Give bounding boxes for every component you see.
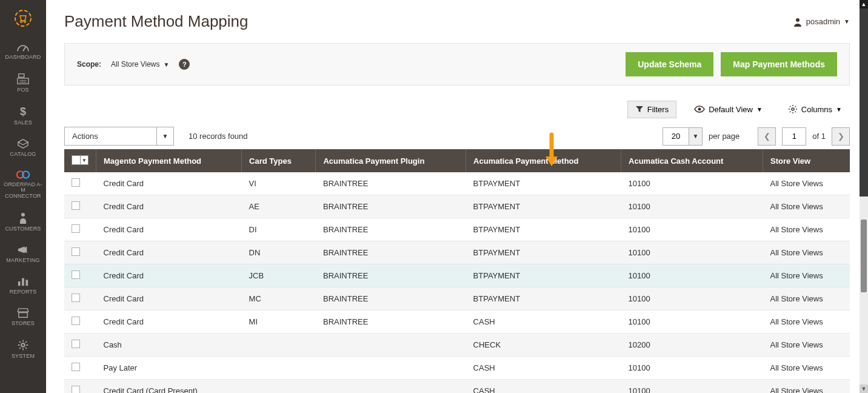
sidebar-item-customers[interactable]: CUSTOMERS xyxy=(0,206,46,238)
scrollbar[interactable]: ▼ xyxy=(860,196,868,393)
cell-method: BTPAYMENT xyxy=(466,264,621,287)
svg-rect-11 xyxy=(22,278,24,286)
columns-label: Columns xyxy=(801,105,832,114)
page-input[interactable] xyxy=(782,127,806,146)
scrollbar[interactable]: ▲ xyxy=(860,0,868,196)
scroll-thumb[interactable] xyxy=(861,220,867,292)
svg-point-16 xyxy=(792,108,794,110)
sidebar-item-pos[interactable]: POS xyxy=(0,67,46,99)
page-total: of 1 xyxy=(812,132,826,141)
scroll-up-icon[interactable]: ▲ xyxy=(860,0,868,8)
svg-rect-2 xyxy=(19,74,24,77)
map-payment-methods-button[interactable]: Map Payment Methods xyxy=(721,52,837,76)
filters-button[interactable]: Filters xyxy=(627,101,676,118)
row-checkbox[interactable] xyxy=(72,224,80,233)
sidebar-item-label: REPORTS xyxy=(10,289,37,295)
sidebar-item-dashboard[interactable]: DASHBOARD xyxy=(0,35,46,67)
funnel-icon xyxy=(635,106,644,113)
row-checkbox[interactable] xyxy=(72,294,80,302)
cell-card xyxy=(242,334,316,357)
row-checkbox[interactable] xyxy=(72,178,80,187)
cell-method: BTPAYMENT xyxy=(466,172,621,195)
columns-button[interactable]: Columns ▼ xyxy=(780,100,850,118)
col-method[interactable]: Acumatica Payment Method xyxy=(466,149,621,172)
table-row[interactable]: Credit CardMIBRAINTREECASH10100All Store… xyxy=(64,311,850,334)
table-row[interactable]: Credit CardMCBRAINTREEBTPAYMENT10100All … xyxy=(64,287,850,311)
sidebar-item-reports[interactable]: REPORTS xyxy=(0,270,46,301)
user-menu[interactable]: posadmin ▼ xyxy=(793,17,850,27)
table-row[interactable]: CashCHECK10200All Store Views xyxy=(64,334,850,357)
bars-icon xyxy=(17,276,29,287)
main-content: Payment Method Mapping posadmin ▼ Scope:… xyxy=(46,0,868,393)
update-schema-button[interactable]: Update Schema xyxy=(626,52,713,76)
row-checkbox[interactable] xyxy=(72,363,80,371)
default-view-button[interactable]: Default View ▼ xyxy=(686,101,770,118)
cell-magento: Credit Card xyxy=(96,311,242,334)
gear-icon xyxy=(17,339,29,351)
svg-point-15 xyxy=(698,108,701,111)
cell-cash: 10100 xyxy=(621,172,763,195)
table-row[interactable]: Credit Card (Card Present)CASH10100All S… xyxy=(64,380,850,394)
help-icon[interactable]: ? xyxy=(179,59,190,70)
cell-method: CASH xyxy=(466,357,621,380)
cell-card xyxy=(242,380,316,394)
next-page-button[interactable]: ❯ xyxy=(832,127,850,146)
sidebar-item-label: SYSTEM xyxy=(12,354,35,360)
scroll-down-icon[interactable]: ▼ xyxy=(860,385,868,393)
scope-select[interactable]: All Store Views ▼ xyxy=(111,60,169,69)
svg-line-1 xyxy=(23,47,26,51)
user-name: posadmin xyxy=(806,17,840,26)
sidebar-item-connector[interactable]: ORDERPAD A-M CONNECTOR xyxy=(0,164,46,206)
row-checkbox[interactable] xyxy=(72,386,80,393)
per-page-input[interactable] xyxy=(663,127,689,146)
cell-plugin: BRAINTREE xyxy=(316,195,466,218)
cell-plugin xyxy=(316,334,466,357)
col-plugin[interactable]: Acumatica Payment Plugin xyxy=(316,149,466,172)
table-row[interactable]: Credit CardDIBRAINTREEBTPAYMENT10100All … xyxy=(64,218,850,241)
megaphone-icon xyxy=(17,244,29,255)
svg-point-0 xyxy=(15,10,31,26)
box-icon xyxy=(17,138,29,149)
prev-page-button[interactable]: ❮ xyxy=(758,127,776,146)
cell-magento: Credit Card xyxy=(96,287,242,311)
sidebar-item-stores[interactable]: STORES xyxy=(0,301,46,333)
sidebar-item-marketing[interactable]: MARKETING xyxy=(0,238,46,270)
sidebar-item-label: POS xyxy=(17,87,29,93)
cell-cash: 10200 xyxy=(621,334,763,357)
cell-card: VI xyxy=(242,172,316,195)
sidebar-item-system[interactable]: SYSTEM xyxy=(0,333,46,366)
row-checkbox[interactable] xyxy=(72,317,80,325)
col-store[interactable]: Store View xyxy=(763,149,850,172)
row-checkbox[interactable] xyxy=(72,201,80,210)
cell-store: All Store Views xyxy=(763,172,850,195)
cell-plugin: BRAINTREE xyxy=(316,241,466,264)
table-row[interactable]: Credit CardVIBRAINTREEBTPAYMENT10100All … xyxy=(64,172,850,195)
col-magento[interactable]: Magento Payment Method xyxy=(96,149,242,172)
row-checkbox[interactable] xyxy=(72,340,80,348)
col-cash[interactable]: Acumatica Cash Account xyxy=(621,149,763,172)
chevron-down-icon[interactable]: ▼ xyxy=(157,127,174,146)
row-checkbox[interactable] xyxy=(72,270,80,279)
table-row[interactable]: Credit CardAEBRAINTREEBTPAYMENT10100All … xyxy=(64,195,850,218)
chevron-down-icon: ▼ xyxy=(844,18,850,25)
cell-cash: 10100 xyxy=(621,218,763,241)
cell-plugin: BRAINTREE xyxy=(316,264,466,287)
per-page-label: per page xyxy=(709,132,739,141)
row-checkbox[interactable] xyxy=(72,247,80,256)
cell-magento: Credit Card (Card Present) xyxy=(96,380,242,394)
chevron-down-icon[interactable]: ▼ xyxy=(689,127,703,146)
table-row[interactable]: Credit CardDNBRAINTREEBTPAYMENT10100All … xyxy=(64,241,850,264)
actions-select[interactable]: Actions ▼ xyxy=(64,127,174,146)
cell-method: BTPAYMENT xyxy=(466,241,621,264)
col-card-types[interactable]: Card Types xyxy=(242,149,316,172)
svg-point-9 xyxy=(21,213,25,217)
cell-card: MC xyxy=(242,287,316,311)
sidebar-item-catalog[interactable]: CATALOG xyxy=(0,132,46,164)
table-row[interactable]: Credit CardJCBBRAINTREEBTPAYMENT10100All… xyxy=(64,264,850,287)
records-count: 10 records found xyxy=(189,132,248,141)
select-all-header[interactable]: ▼ xyxy=(64,149,96,172)
page-title: Payment Method Mapping xyxy=(64,12,249,31)
sidebar-item-sales[interactable]: $ SALES xyxy=(0,99,46,132)
cell-magento: Credit Card xyxy=(96,264,242,287)
table-row[interactable]: Pay LaterCASH10100All Store Views xyxy=(64,357,850,380)
